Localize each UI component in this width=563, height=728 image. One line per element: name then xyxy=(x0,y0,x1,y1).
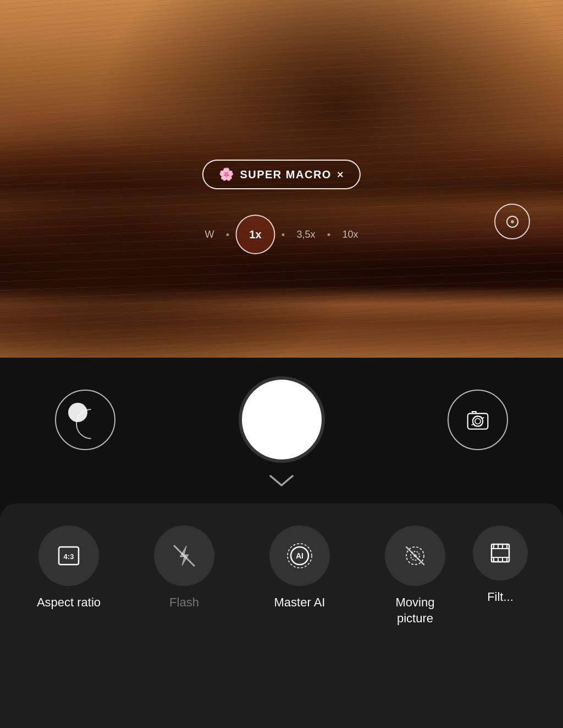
bottom-panel: 4:3 Aspect ratio Flash xyxy=(0,503,563,728)
zoom-controls: W 1x 3,5x 10x xyxy=(195,215,368,254)
master-ai-icon-circle: AI xyxy=(269,526,330,586)
svg-text:AI: AI xyxy=(296,551,303,560)
zoom-3-5x[interactable]: 3,5x xyxy=(286,229,325,240)
aspect-ratio-icon-circle: 4:3 xyxy=(38,526,99,586)
master-ai-label: Master AI xyxy=(274,595,325,611)
camera-viewfinder: 🌸 SUPER MACRO × W 1x 3,5x 10x xyxy=(0,0,563,358)
zoom-dot-1 xyxy=(226,233,229,236)
svg-point-4 xyxy=(475,418,481,424)
chevron-down-button[interactable] xyxy=(268,473,295,492)
zoom-1x-active[interactable]: 1x xyxy=(235,215,275,254)
filter-label: Filt... xyxy=(487,589,514,605)
qs-aspect-ratio[interactable]: 4:3 Aspect ratio xyxy=(11,526,126,611)
aspect-ratio-icon: 4:3 xyxy=(54,541,83,570)
flash-off-icon xyxy=(170,541,198,570)
chevron-down-icon xyxy=(268,473,295,490)
camera-controls-row xyxy=(0,363,563,470)
focus-icon xyxy=(501,211,523,233)
flip-camera-icon xyxy=(464,406,492,434)
controls-area: 4:3 Aspect ratio Flash xyxy=(0,358,563,728)
aspect-ratio-label: Aspect ratio xyxy=(37,595,101,611)
gallery-button[interactable] xyxy=(55,390,115,450)
qs-filter[interactable]: Filt... xyxy=(473,526,528,605)
svg-point-1 xyxy=(511,220,514,223)
master-ai-icon: AI xyxy=(285,541,314,570)
quick-settings-row: 4:3 Aspect ratio Flash xyxy=(11,526,552,626)
shutter-button[interactable] xyxy=(242,380,322,459)
filter-icon-circle xyxy=(473,526,528,581)
qs-flash[interactable]: Flash xyxy=(126,526,242,611)
zoom-w[interactable]: W xyxy=(195,229,224,240)
shutter-inner xyxy=(249,387,314,453)
focus-indicator[interactable] xyxy=(494,204,530,239)
zoom-dot-2 xyxy=(282,233,284,236)
svg-text:4:3: 4:3 xyxy=(64,552,74,561)
zoom-10x[interactable]: 10x xyxy=(333,229,368,240)
qs-moving-picture[interactable]: Moving picture xyxy=(357,526,473,626)
zoom-dot-3 xyxy=(328,233,330,236)
super-macro-badge[interactable]: 🌸 SUPER MACRO × xyxy=(202,160,361,189)
filter-icon xyxy=(486,539,515,567)
flash-icon-circle xyxy=(154,526,214,586)
svg-line-7 xyxy=(174,546,194,566)
moving-picture-icon-circle xyxy=(385,526,445,586)
macro-close-button[interactable]: × xyxy=(337,168,344,181)
macro-flower-icon: 🌸 xyxy=(219,167,235,182)
moving-picture-icon xyxy=(401,541,429,570)
qs-master-ai[interactable]: AI Master AI xyxy=(242,526,357,611)
moving-picture-label: Moving picture xyxy=(396,595,435,626)
flash-label: Flash xyxy=(169,595,199,611)
macro-label: SUPER MACRO xyxy=(240,168,332,181)
flip-camera-button[interactable] xyxy=(448,390,508,450)
